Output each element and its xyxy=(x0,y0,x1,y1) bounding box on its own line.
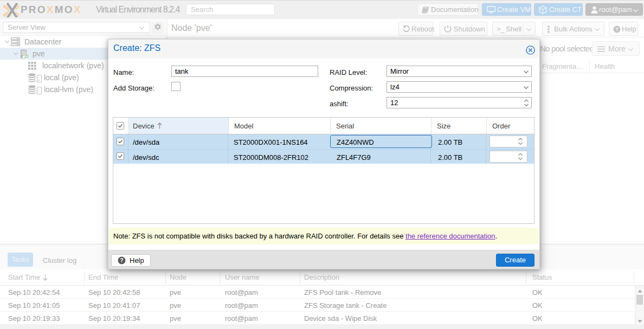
svg-text:?: ? xyxy=(120,257,123,263)
svg-text:?: ? xyxy=(615,26,619,32)
